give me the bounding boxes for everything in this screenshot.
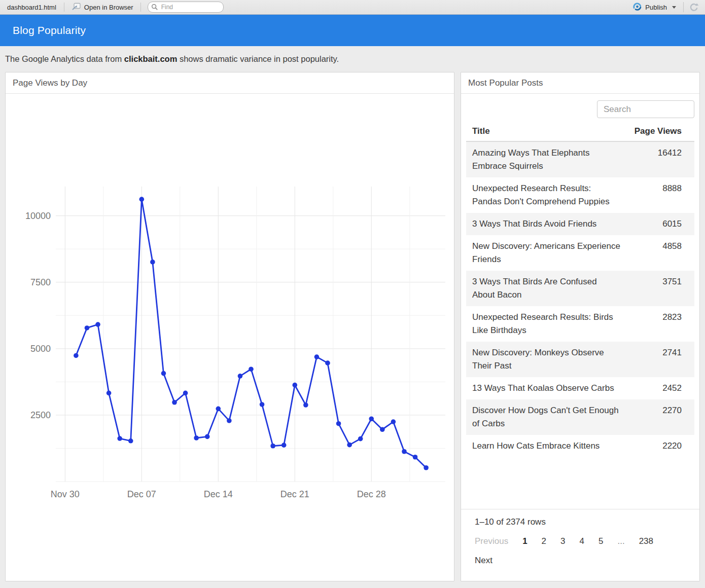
x-axis-tick: Dec 28 xyxy=(357,489,386,499)
post-title: New Discovery: Monkeys Observe Their Pas… xyxy=(472,346,620,373)
file-tab[interactable]: dashboard1.html xyxy=(0,4,64,11)
posts-table-header: Title Page Views xyxy=(466,123,694,142)
toolbar-separator xyxy=(140,3,141,12)
search-icon xyxy=(151,4,158,12)
posts-table: Title Page Views Amazing Ways That Eleph… xyxy=(466,123,694,457)
publish-button[interactable]: Publish xyxy=(629,2,679,13)
table-row[interactable]: 3 Ways That Birds Avoid Friends6015 xyxy=(466,213,694,235)
dashboard-navbar: Blog Popularity xyxy=(0,15,705,46)
open-in-browser-label: Open in Browser xyxy=(84,4,133,11)
refresh-button[interactable] xyxy=(683,2,702,12)
subtitle-suffix: shows dramatic variance in post populari… xyxy=(177,54,339,63)
post-views: 2452 xyxy=(620,382,682,395)
post-title: 13 Ways That Koalas Observe Carbs xyxy=(472,382,620,395)
ide-toolbar: dashboard1.html Open in Browser xyxy=(0,0,705,15)
post-title: Amazing Ways That Elephants Embrace Squi… xyxy=(472,146,620,173)
post-title: Discover How Dogs Can't Get Enough of Ca… xyxy=(472,404,620,430)
page-link[interactable]: 5 xyxy=(598,536,603,546)
post-views: 4858 xyxy=(620,240,682,266)
table-row[interactable]: Discover How Dogs Can't Get Enough of Ca… xyxy=(466,399,694,435)
open-in-browser-button[interactable]: Open in Browser xyxy=(64,2,140,12)
table-footer: 1–10 of 2374 rows Previous 12345...238 N… xyxy=(461,509,699,581)
table-search-input[interactable] xyxy=(597,100,694,118)
y-axis-tick: 7500 xyxy=(30,277,51,287)
table-row[interactable]: New Discovery: Monkeys Observe Their Pas… xyxy=(466,342,694,377)
page-link[interactable]: 238 xyxy=(639,536,653,546)
post-title: Unexpected Research Results: Pandas Don'… xyxy=(472,182,620,208)
post-title: 3 Ways That Birds Avoid Friends xyxy=(472,217,620,231)
post-title: New Discovery: Americans Experience Frie… xyxy=(472,240,620,266)
table-row[interactable]: New Discovery: Americans Experience Frie… xyxy=(466,235,694,271)
find-input[interactable] xyxy=(148,2,224,13)
page-title: Blog Popularity xyxy=(0,24,86,36)
pagination-next[interactable]: Next xyxy=(475,556,692,566)
x-axis-tick: Nov 30 xyxy=(51,489,80,499)
y-axis-tick: 10000 xyxy=(25,211,51,221)
subtitle: The Google Analytics data from clickbait… xyxy=(0,46,705,72)
x-axis-tick: Dec 14 xyxy=(204,489,233,499)
pageviews-chart: 25005000750010000Nov 30Dec 07Dec 14Dec 2… xyxy=(6,94,454,581)
page-link[interactable]: 4 xyxy=(580,536,584,546)
post-views: 2270 xyxy=(620,404,682,430)
post-title: Learn How Cats Embrace Kittens xyxy=(472,439,620,453)
post-views: 16412 xyxy=(620,146,682,173)
rows-info: 1–10 of 2374 rows xyxy=(475,517,692,527)
table-row[interactable]: Learn How Cats Embrace Kittens2220 xyxy=(466,435,694,457)
x-axis-tick: Dec 07 xyxy=(127,489,156,499)
y-axis-tick: 2500 xyxy=(30,410,51,420)
post-title: 3 Ways That Birds Are Confused About Bac… xyxy=(472,275,620,302)
subtitle-site-name: clickbait.com xyxy=(124,54,178,63)
pagination-ellipsis: ... xyxy=(617,536,624,546)
subtitle-prefix: The Google Analytics data from xyxy=(5,54,124,63)
table-row[interactable]: Amazing Ways That Elephants Embrace Squi… xyxy=(466,142,694,177)
popular-posts-panel: Most Popular Posts Title Page Views Amaz… xyxy=(461,72,700,581)
pageviews-panel-title: Page Views by Day xyxy=(6,72,454,94)
pageviews-panel: Page Views by Day 25005000750010000Nov 3… xyxy=(5,72,454,581)
column-header-title[interactable]: Title xyxy=(472,126,620,136)
open-in-browser-icon xyxy=(72,2,81,12)
pagination: Previous 12345...238 xyxy=(475,536,692,546)
post-views: 3751 xyxy=(620,275,682,302)
post-views: 6015 xyxy=(620,217,682,231)
table-row[interactable]: Unexpected Research Results: Pandas Don'… xyxy=(466,177,694,213)
page-link[interactable]: 2 xyxy=(542,536,546,546)
post-views: 8888 xyxy=(620,182,682,208)
y-axis-tick: 5000 xyxy=(30,344,51,354)
pagination-previous[interactable]: Previous xyxy=(475,536,508,546)
table-row[interactable]: Unexpected Research Results: Birds Like … xyxy=(466,306,694,342)
x-axis-tick: Dec 21 xyxy=(280,489,309,499)
popular-posts-title: Most Popular Posts xyxy=(461,72,699,94)
page-link[interactable]: 3 xyxy=(560,536,565,546)
post-title: Unexpected Research Results: Birds Like … xyxy=(472,311,620,337)
post-views: 2220 xyxy=(620,439,682,453)
table-row[interactable]: 3 Ways That Birds Are Confused About Bac… xyxy=(466,271,694,306)
column-header-page-views[interactable]: Page Views xyxy=(620,126,682,136)
publish-label: Publish xyxy=(645,4,667,11)
page-link[interactable]: 1 xyxy=(522,536,527,546)
posts-table-body: Amazing Ways That Elephants Embrace Squi… xyxy=(466,142,694,457)
table-row[interactable]: 13 Ways That Koalas Observe Carbs2452 xyxy=(466,377,694,399)
publish-icon xyxy=(632,2,642,13)
post-views: 2741 xyxy=(620,346,682,373)
publish-caret-icon[interactable] xyxy=(672,6,676,9)
refresh-icon xyxy=(689,2,699,12)
pagination-pages: 12345...238 xyxy=(522,536,653,546)
post-views: 2823 xyxy=(620,311,682,337)
